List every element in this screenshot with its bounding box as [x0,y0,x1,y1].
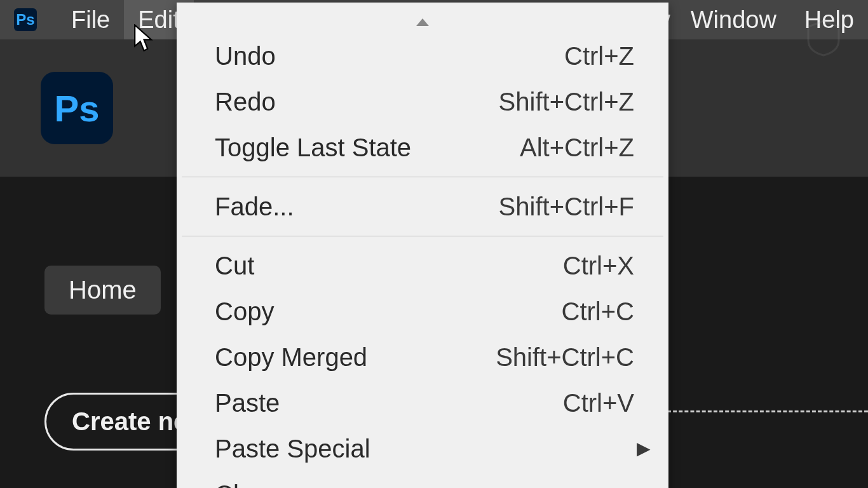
menu-label: Paste Special [215,431,370,466]
submenu-arrow-icon: ▶ [637,436,651,461]
menu-shortcut: Ctrl+V [563,385,634,421]
menu-file[interactable]: File [57,0,124,39]
menu-shortcut: Shift+Ctrl+Z [499,84,634,119]
menu-separator [182,236,663,236]
svg-marker-0 [416,18,429,26]
menu-label: Undo [215,38,276,74]
menu-shortcut: Ctrl+C [562,294,634,329]
menu-item-copy[interactable]: Copy Ctrl+C [177,288,668,334]
menu-item-paste-special[interactable]: Paste Special ▶ [177,426,668,471]
menu-label: Redo [215,84,276,119]
menu-item-toggle-last-state[interactable]: Toggle Last State Alt+Ctrl+Z [177,125,668,170]
edit-dropdown: Undo Ctrl+Z Redo Shift+Ctrl+Z Toggle Las… [177,3,668,488]
app-logo-small: Ps [14,8,37,31]
menu-shortcut: Ctrl+X [563,248,634,283]
sidebar-item-home[interactable]: Home [44,266,161,315]
menu-item-fade[interactable]: Fade... Shift+Ctrl+F [177,184,668,229]
dropdown-scroll-up-icon[interactable] [177,11,668,33]
menu-label: Copy [215,294,274,329]
menu-item-redo[interactable]: Redo Shift+Ctrl+Z [177,79,668,125]
menu-label: Clear [215,477,276,488]
menu-shortcut: Ctrl+Z [564,38,634,74]
menu-item-copy-merged[interactable]: Copy Merged Shift+Ctrl+C [177,334,668,380]
menu-window[interactable]: Window [677,0,790,39]
menu-separator [182,177,663,177]
menu-shortcut: Alt+Ctrl+Z [520,130,634,165]
menu-item-cut[interactable]: Cut Ctrl+X [177,243,668,288]
menu-label: Toggle Last State [215,130,411,165]
menu-shortcut: Shift+Ctrl+F [499,189,634,224]
menu-item-clear[interactable]: Clear [177,471,668,488]
menu-shortcut: Shift+Ctrl+C [496,339,634,375]
menu-label: Paste [215,385,280,421]
app-logo-large: Ps [41,72,113,144]
menu-item-undo[interactable]: Undo Ctrl+Z [177,33,668,79]
menu-item-paste[interactable]: Paste Ctrl+V [177,380,668,426]
recent-divider [667,410,868,412]
watermark-icon [804,19,843,57]
menu-label: Fade... [215,189,294,224]
menu-label: Copy Merged [215,339,367,375]
menu-label: Cut [215,248,254,283]
